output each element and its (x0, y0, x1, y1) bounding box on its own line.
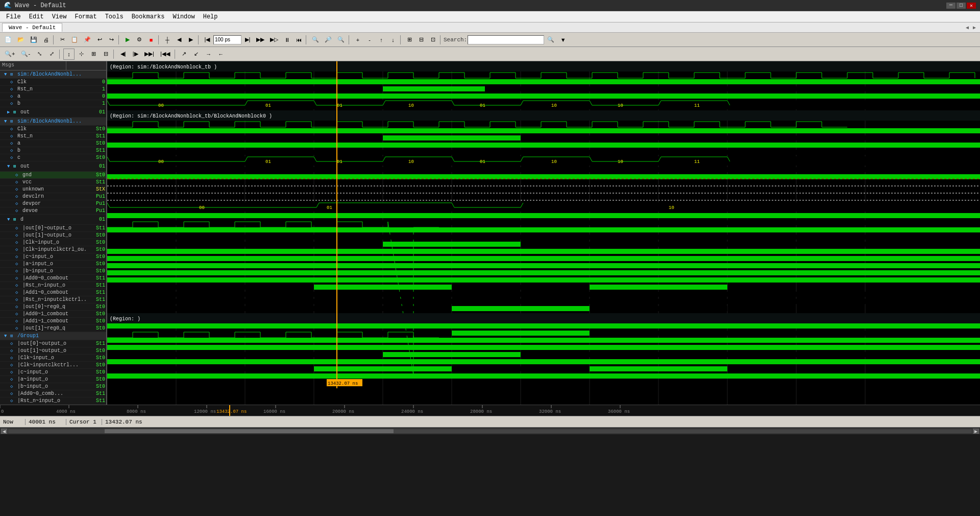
sig-row-add1-1[interactable]: ◇ |Add1~1_combout St0 (0, 318, 106, 325)
sig-row-out1-reg0[interactable]: ◇ |out[1]~reg0_q St0 (0, 325, 106, 332)
copy-btn[interactable]: 📋 (68, 34, 81, 45)
cursor-prev-btn[interactable]: ◀ (174, 34, 185, 45)
sig-row-clk2[interactable]: ◇ Clk St0 (0, 126, 106, 133)
zoom-out-btn2[interactable]: 🔍- (18, 49, 33, 60)
sig-row-a2[interactable]: ◇ a St0 (0, 140, 106, 147)
select-mode-btn[interactable]: ⊹ (76, 49, 87, 60)
run-all-btn[interactable]: ▶▶ (254, 34, 267, 45)
expand-icon-d[interactable]: ▼ (7, 217, 13, 222)
edge-fwd-btn[interactable]: ↗ (179, 49, 190, 60)
open-btn[interactable]: 📂 (15, 34, 27, 45)
edge-bk-btn[interactable]: ↙ (191, 49, 202, 60)
wave-add-btn[interactable]: + (352, 34, 363, 45)
sig-row-g3-clkctrl[interactable]: ◇ |Clk~inputclkctrl... St0 (0, 362, 106, 369)
search-opts-btn[interactable]: ▼ (557, 34, 569, 45)
trans-fwd-btn[interactable]: → (203, 49, 214, 60)
sig-row-out0-o[interactable]: ◇ |out[0]~output_o St1 (0, 225, 106, 232)
trans-bk-btn[interactable]: ← (215, 49, 227, 60)
sig-row-rstn1[interactable]: ◇ Rst_n 1 (0, 86, 106, 93)
close-btn[interactable]: ✕ (967, 3, 976, 9)
sig-row-c-in[interactable]: ◇ |c~input_o St0 (0, 253, 106, 261)
sig-row-devclrn[interactable]: ◇ devclrn Pu1 (0, 193, 106, 200)
sig-row-g3-clk[interactable]: ◇ |Clk~input_o St0 (0, 355, 106, 362)
sig-row-out0-reg0[interactable]: ◇ |out[0]~reg0_q St0 (0, 303, 106, 311)
scrollbar-track[interactable] (8, 429, 972, 433)
sig-row-b2[interactable]: ◇ b St1 (0, 147, 106, 154)
cursor-add-btn[interactable]: ┼ (162, 34, 173, 45)
sig-row-devpor[interactable]: ◇ devpor Pu1 (0, 200, 106, 207)
sim-start-btn[interactable]: ▶ (122, 34, 133, 45)
run-cont-btn[interactable]: ▶▷ (267, 34, 281, 45)
sig-row-add0-0[interactable]: ◇ |Add0~0_combout St1 (0, 275, 106, 282)
wave-area[interactable]: (Region: sim:/BlockAndNonblock_tb ) (107, 61, 980, 405)
paste-btn[interactable]: 📌 (81, 34, 93, 45)
menu-tools[interactable]: Tools (101, 12, 128, 21)
zoom-fit-btn[interactable]: 🔍 (309, 34, 322, 45)
sig-row-unknown[interactable]: ◇ unknown StX (0, 186, 106, 193)
sig-row-g3-add0[interactable]: ◇ |Add0~0_comb... St1 (0, 390, 106, 397)
sig-row-g3-out1[interactable]: ◇ |out[1]~output_o St0 (0, 347, 106, 355)
sig-row-g3-c[interactable]: ◇ |c~input_o St0 (0, 369, 106, 376)
sig-row-rstn2[interactable]: ◇ Rst_n St1 (0, 133, 106, 140)
snap-btn[interactable]: ⊞ (404, 34, 415, 45)
zoom-box-btn[interactable]: ⊞ (88, 49, 99, 60)
sig-row-b1[interactable]: ◇ b 1 (0, 100, 106, 107)
break-btn[interactable]: ⏸ (281, 34, 292, 45)
zoom-out-btn[interactable]: 🔍 (335, 34, 347, 45)
scroll-left-btn[interactable]: ◀ (1, 429, 7, 434)
sim-stop-btn[interactable]: ■ (145, 34, 157, 45)
expand-icon-2[interactable]: ▼ (4, 119, 10, 124)
expand-icon-1[interactable]: ▼ (4, 72, 10, 77)
sig-row-out1-o[interactable]: ◇ |out[1]~output_o St0 (0, 232, 106, 239)
sig-row-g3-a[interactable]: ◇ |a~input_o St0 (0, 376, 106, 383)
measure-btn[interactable]: ⊟ (100, 49, 111, 60)
sig-row-b-in[interactable]: ◇ |b~input_o St0 (0, 268, 106, 275)
group-row-2[interactable]: ▼ ⊞ sim:/BlockAndNonbl... (0, 118, 106, 126)
sig-row-clk1[interactable]: ◇ Clk 0 (0, 79, 106, 86)
cursor-mode-btn[interactable]: ↕ (63, 49, 75, 60)
expand-icon-out1[interactable]: ▶ (7, 109, 13, 115)
undo-btn[interactable]: ↩ (94, 34, 105, 45)
grid-btn[interactable]: ⊟ (415, 34, 427, 45)
time-step-btn[interactable]: |◀ (202, 34, 213, 45)
sig-row-g3-out0[interactable]: ◇ |out[0]~output_o St1 (0, 340, 106, 347)
menu-edit[interactable]: Edit (25, 12, 48, 21)
save-btn[interactable]: 💾 (28, 34, 40, 45)
zoom-sel-btn[interactable]: ⤢ (46, 49, 57, 60)
sig-row-add0-1[interactable]: ◇ |Add0~1_combout St0 (0, 311, 106, 318)
edge-prev2-btn[interactable]: |◀◀ (158, 49, 173, 60)
edge-prev-btn[interactable]: ◀| (117, 49, 129, 60)
menu-file[interactable]: File (2, 12, 25, 21)
tab-scroll-right[interactable]: ▶ (971, 25, 978, 31)
group-row-3[interactable]: ▼ ⊞ /Group1 (0, 332, 106, 340)
edge-next-btn[interactable]: |▶ (130, 49, 141, 60)
scroll-right-btn[interactable]: ▶ (973, 429, 979, 434)
sig-row-gnd[interactable]: ◇ gnd St0 (0, 172, 106, 179)
sig-row-devoe[interactable]: ◇ devoe Pu1 (0, 207, 106, 215)
sig-row-c2[interactable]: ◇ c St0 (0, 154, 106, 161)
menu-help[interactable]: Help (199, 12, 222, 21)
edge-next2-btn[interactable]: ▶▶| (142, 49, 157, 60)
sig-row-out2[interactable]: ▼ ⊞ out 01 (0, 161, 106, 172)
print-btn[interactable]: 🖨 (40, 34, 52, 45)
zoom-full-btn[interactable]: ⤡ (34, 49, 45, 60)
menu-view[interactable]: View (48, 12, 71, 21)
cursor-next-btn[interactable]: ▶ (185, 34, 197, 45)
redo-btn[interactable]: ↪ (106, 34, 117, 45)
sig-row-rstn-clkctrl[interactable]: ◇ |Rst_n~inputclkctrl... St1 (0, 296, 106, 303)
menu-window[interactable]: Window (168, 12, 199, 21)
sig-row-add1-0[interactable]: ◇ |Add1~0_combout St1 (0, 289, 106, 296)
wave-up-btn[interactable]: ↑ (376, 34, 387, 45)
clk-btn[interactable]: ⊡ (427, 34, 438, 45)
group-row-1[interactable]: ▼ ⊞ sim:/BlockAndNonbl... (0, 71, 106, 79)
step-fwd-btn[interactable]: ▶| (242, 34, 253, 45)
cut-btn[interactable]: ✂ (57, 34, 68, 45)
zoom-in-btn[interactable]: 🔎 (322, 34, 334, 45)
new-btn[interactable]: 📄 (2, 34, 14, 45)
restore-btn[interactable]: □ (957, 3, 966, 9)
sig-row-rstn-in[interactable]: ◇ |Rst_n~input_o St1 (0, 282, 106, 289)
tab-wave-default[interactable]: Wave - Default (2, 23, 62, 32)
restart-btn[interactable]: ⏮ (293, 34, 304, 45)
sig-row-out1[interactable]: ▶ ⊞ out 01 (0, 107, 106, 118)
tab-scroll-left[interactable]: ◀ (964, 25, 971, 31)
